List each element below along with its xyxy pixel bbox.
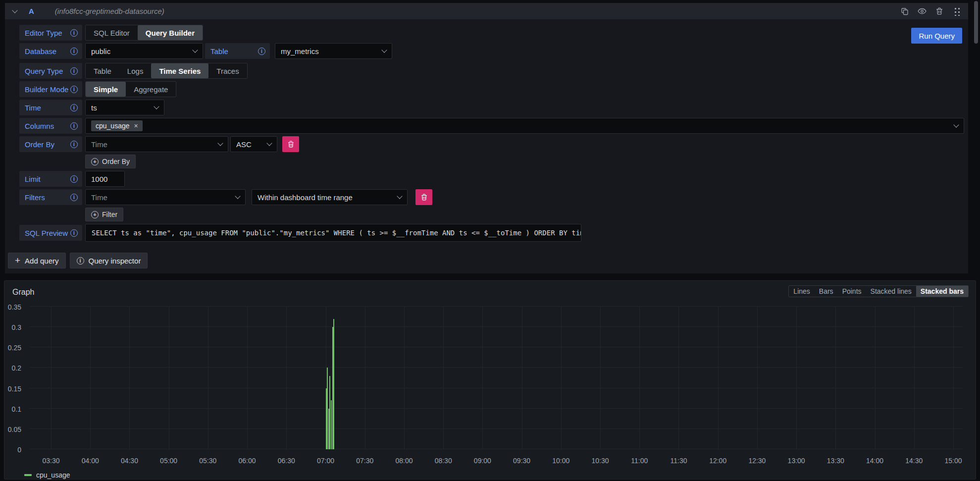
- query-type-option-time-series[interactable]: Time Series: [151, 63, 208, 78]
- order-by-row: Order By i Time ASC: [19, 136, 964, 152]
- x-gridline: [286, 307, 287, 449]
- query-type-option-logs[interactable]: Logs: [119, 63, 152, 78]
- remove-column-icon[interactable]: ×: [134, 122, 138, 129]
- chart-bar: [333, 319, 334, 449]
- duplicate-query-icon[interactable]: [900, 7, 909, 16]
- editor-actions: + Add query i Query inspector: [8, 253, 968, 268]
- x-tick-label: 04:30: [113, 457, 145, 465]
- x-gridline: [835, 307, 836, 449]
- y-axis-labels: 00.050.10.150.20.250.30.35: [11, 307, 25, 449]
- x-tick-label: 05:00: [153, 457, 185, 465]
- filters-label: Filters i: [19, 189, 82, 205]
- run-query-button[interactable]: Run Query: [911, 28, 962, 44]
- filter-condition-select[interactable]: Within dashboard time range: [252, 189, 408, 205]
- info-icon[interactable]: i: [70, 104, 78, 111]
- order-by-field-select[interactable]: Time: [85, 136, 228, 152]
- delete-query-icon[interactable]: [935, 7, 944, 16]
- x-tick-label: 04:00: [74, 457, 106, 465]
- tab-bars[interactable]: Bars: [815, 286, 838, 297]
- label-text: Limit: [25, 175, 41, 183]
- columns-label: Columns i: [19, 118, 82, 134]
- editor-type-option-query-builder[interactable]: Query Builder: [138, 25, 203, 40]
- columns-row: Columns i cpu_usage ×: [19, 118, 964, 134]
- plus-icon: +: [15, 256, 20, 265]
- legend-series-label[interactable]: cpu_usage: [36, 471, 70, 479]
- builder-mode-label: Builder Mode i: [19, 81, 82, 97]
- sql-preview-label: SQL Preview i: [19, 225, 82, 241]
- y-tick-label: 0.1: [12, 405, 21, 413]
- query-header[interactable]: A (info8fcc-greptimedb-datasource): [5, 3, 968, 19]
- remove-order-by-button[interactable]: [282, 136, 299, 152]
- x-gridline: [522, 307, 522, 449]
- tab-stacked-bars[interactable]: Stacked bars: [916, 286, 968, 297]
- editor-type-toggle: SQL Editor Query Builder: [85, 25, 203, 41]
- hide-query-eye-icon[interactable]: [918, 7, 927, 16]
- tab-points[interactable]: Points: [838, 286, 866, 297]
- drag-handle-icon[interactable]: [952, 7, 961, 16]
- select-value: Time: [91, 193, 107, 202]
- add-filter-button[interactable]: + Filter: [85, 208, 123, 221]
- plot-area[interactable]: 03:3004:0004:3005:0005:3006:0006:3007:00…: [29, 307, 963, 449]
- x-gridline: [208, 307, 208, 449]
- y-tick-label: 0.35: [8, 303, 21, 311]
- label-text: Time: [25, 104, 41, 112]
- query-inspector-button[interactable]: i Query inspector: [70, 253, 148, 268]
- y-tick-label: 0.25: [8, 344, 21, 352]
- info-icon[interactable]: i: [70, 122, 78, 130]
- query-type-option-table[interactable]: Table: [86, 63, 119, 78]
- x-gridline: [129, 307, 130, 449]
- limit-input[interactable]: 1000: [85, 171, 125, 187]
- info-icon[interactable]: i: [70, 175, 78, 183]
- button-label: Order By: [102, 158, 130, 165]
- info-icon[interactable]: i: [70, 29, 78, 37]
- builder-mode-option-simple[interactable]: Simple: [86, 82, 126, 97]
- query-type-toggle: Table Logs Time Series Traces: [85, 63, 248, 79]
- info-icon[interactable]: i: [70, 194, 78, 201]
- database-row: Database i public Table i my_metrics: [19, 43, 964, 59]
- chevron-down-icon: [266, 140, 272, 146]
- info-circle-icon: i: [77, 257, 84, 265]
- editor-type-option-sql-editor[interactable]: SQL Editor: [86, 25, 138, 40]
- tab-stacked-lines[interactable]: Stacked lines: [866, 286, 916, 297]
- add-query-button[interactable]: + Add query: [8, 253, 66, 268]
- x-tick-label: 08:30: [427, 457, 459, 465]
- database-select[interactable]: public: [85, 43, 203, 59]
- info-icon[interactable]: i: [258, 48, 265, 55]
- info-icon[interactable]: i: [70, 141, 78, 148]
- select-value: Time: [91, 140, 107, 149]
- time-column-select[interactable]: ts: [85, 100, 164, 115]
- info-icon[interactable]: i: [70, 48, 78, 55]
- y-gridline: [29, 449, 963, 449]
- collapse-chevron-icon[interactable]: [12, 7, 17, 13]
- column-tag-label: cpu_usage: [96, 122, 130, 129]
- x-tick-label: 08:00: [388, 457, 420, 465]
- builder-mode-option-aggregate[interactable]: Aggregate: [126, 82, 176, 97]
- add-order-by-button[interactable]: + Order By: [85, 155, 136, 168]
- add-order-by-row: + Order By: [85, 155, 964, 168]
- tab-lines[interactable]: Lines: [789, 286, 814, 297]
- label-text: Order By: [25, 140, 54, 149]
- info-icon[interactable]: i: [70, 67, 78, 75]
- columns-multiselect[interactable]: cpu_usage ×: [85, 118, 964, 134]
- order-by-direction-select[interactable]: ASC: [230, 136, 277, 152]
- x-tick-label: 14:00: [859, 457, 891, 465]
- info-icon[interactable]: i: [70, 86, 78, 93]
- table-select[interactable]: my_metrics: [275, 43, 392, 59]
- x-gridline: [639, 307, 640, 449]
- remove-filter-button[interactable]: [415, 189, 432, 205]
- info-icon[interactable]: i: [70, 229, 78, 237]
- y-gridline: [29, 388, 963, 388]
- y-gridline: [29, 326, 963, 327]
- editor-type-label: Editor Type i: [19, 25, 82, 41]
- x-gridline: [914, 307, 915, 449]
- editor-type-row: Editor Type i SQL Editor Query Builder: [19, 25, 964, 41]
- y-tick-label: 0.05: [8, 426, 21, 433]
- scrollbar-thumb[interactable]: [974, 1, 978, 44]
- x-gridline: [678, 307, 679, 449]
- filter-field-select[interactable]: Time: [85, 189, 246, 205]
- query-type-option-traces[interactable]: Traces: [208, 63, 247, 78]
- time-series-chart: 00.050.10.150.20.250.30.35 03:3004:0004:…: [11, 307, 969, 470]
- x-tick-label: 11:30: [663, 457, 694, 465]
- input-value: 1000: [91, 175, 107, 183]
- y-gridline: [29, 347, 963, 347]
